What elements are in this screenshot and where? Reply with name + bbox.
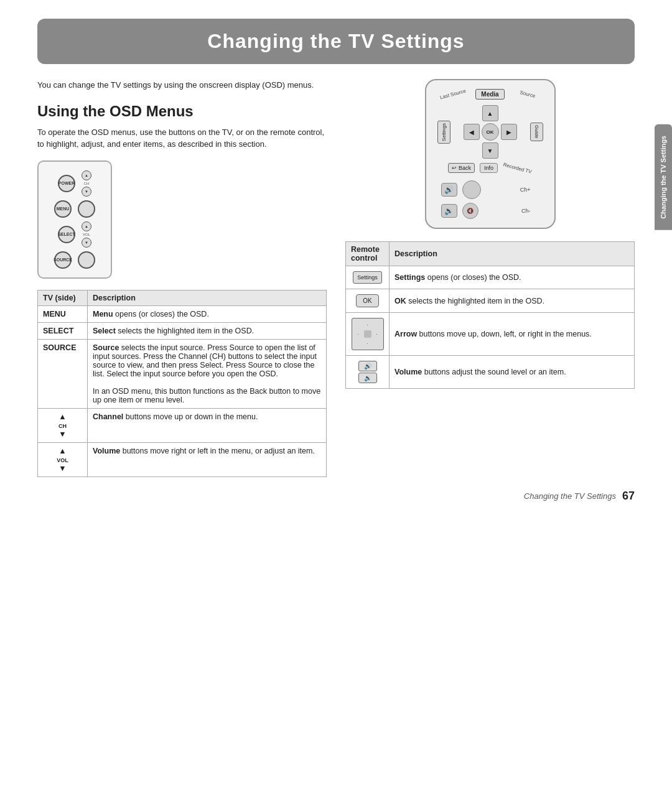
dpad-up-button[interactable]: ▲ <box>482 105 498 121</box>
info-button[interactable]: Info <box>480 163 498 173</box>
left-column: You can change the TV settings by using … <box>37 79 327 477</box>
remote-ok-cell: OK <box>346 289 390 313</box>
tv-side-key-vol: ▲VOL▼ <box>38 442 88 476</box>
media-button[interactable]: Media <box>475 89 504 100</box>
ch-up-btn-illustration: ▲ <box>82 170 91 180</box>
dpad-wrapper: ▲ ◀ OK ▶ ▼ <box>453 105 528 159</box>
footer-text: Changing the TV Settings <box>524 491 616 501</box>
ch-minus-label: Ch- <box>521 208 531 214</box>
intro-text: You can change the TV settings by using … <box>37 79 327 91</box>
remote-col1-header: Remote control <box>346 242 390 266</box>
tv-side-desc-vol: Volume buttons move right or left in the… <box>88 442 327 476</box>
tv-side-key-ch: ▲CH▼ <box>38 408 88 442</box>
guide-side-button[interactable]: Guide <box>530 123 543 141</box>
settings-side-button[interactable]: Settings <box>437 121 450 144</box>
settings-btn-icon: Settings <box>353 271 382 284</box>
remote-top-row: Last Source Media Source <box>437 89 543 100</box>
tv-side-desc-select: Select selects the highlighted item in t… <box>88 322 327 339</box>
vol-up-btn-illustration: ▲ <box>82 221 91 231</box>
right-column: Last Source Media Source Settings ▲ <box>345 79 635 477</box>
remote-vol-desc: Volume buttons adjust the sound level or… <box>390 356 635 389</box>
arrow-up-icon: · <box>366 322 368 328</box>
recorded-tv-label: Recorded TV <box>503 162 533 175</box>
arrow-left-icon: · <box>357 332 358 337</box>
remote-body: Last Source Media Source Settings ▲ <box>425 79 556 229</box>
table-row: · · · · Arrow buttons move up, down, lef… <box>346 313 635 356</box>
vol-up-icon: 🔊 <box>358 361 377 371</box>
remote-arrow-cell: · · · · <box>346 313 390 356</box>
dpad-ok-button[interactable]: OK <box>482 123 499 141</box>
page-title: Changing the TV Settings <box>37 30 635 53</box>
circle-button[interactable] <box>462 180 481 199</box>
table-row: MENU Menu opens (or closes) the OSD. <box>38 305 327 322</box>
vol-down-btn-illustration: ▼ <box>82 238 91 248</box>
tv-side-col1-header: TV (side) <box>38 290 88 305</box>
dpad-down-button[interactable]: ▼ <box>482 142 498 159</box>
power-btn-illustration: POWER <box>58 175 75 192</box>
dpad-left-button[interactable]: ◀ <box>464 124 480 140</box>
remote-diagram: Last Source Media Source Settings ▲ <box>345 79 635 229</box>
remote-vol-cell: 🔊 🔉 <box>346 356 390 389</box>
table-row: ▲CH▼ Channel buttons move up or down in … <box>38 408 327 442</box>
table-row: SELECT Select selects the highlighted it… <box>38 322 327 339</box>
remote-back-row: ↩ Back Info Recorded TV <box>437 163 543 173</box>
page-footer: Changing the TV Settings 67 <box>37 490 635 503</box>
remote-settings-desc: Settings opens (or closes) the OSD. <box>390 266 635 289</box>
last-source-label: Last Source <box>437 88 469 101</box>
dpad: ▲ ◀ OK ▶ ▼ <box>463 105 518 159</box>
remote-col2-header: Description <box>390 242 635 266</box>
ch-plus-label: Ch+ <box>520 187 531 193</box>
vol-down-icon: 🔉 <box>358 373 377 383</box>
remote-control-table: Remote control Description Settings Sett… <box>345 241 635 389</box>
select-btn-illustration <box>78 200 95 218</box>
vol-down-button[interactable]: 🔉 <box>441 204 457 218</box>
vol-ch-row2: 🔉 🔇 Ch- <box>437 203 543 219</box>
vol-up-button[interactable]: 🔊 <box>441 183 457 197</box>
remote-arrow-desc: Arrow buttons move up, down, left, or ri… <box>390 313 635 356</box>
ch-down-btn-illustration: ▼ <box>82 187 91 197</box>
arrow-center <box>364 330 371 338</box>
remote-settings-cell: Settings <box>346 266 390 289</box>
remote-ok-desc: OK selects the highlighted item in the O… <box>390 289 635 313</box>
ch-group2: Ch- <box>521 208 539 214</box>
tv-side-desc-ch: Channel buttons move up or down in the m… <box>88 408 327 442</box>
table-row: 🔊 🔉 Volume buttons adjust the sound leve… <box>346 356 635 389</box>
tv-side-table: TV (side) Description MENU Menu opens (o… <box>37 290 327 477</box>
side-tab: Changing the TV Settings <box>655 124 672 230</box>
arrow-btn-icon: · · · · <box>352 318 384 350</box>
dpad-area: Settings ▲ ◀ OK ▶ <box>437 105 543 159</box>
vol-btn-icon: 🔊 🔉 <box>351 361 384 383</box>
table-row: OK OK selects the highlighted item in th… <box>346 289 635 313</box>
ch-group: Ch+ <box>520 187 539 193</box>
vol-up-group: 🔊 <box>441 183 457 197</box>
extra-btn-illustration <box>78 251 95 269</box>
tv-side-desc-source: Source selects the input source. Press S… <box>88 339 327 408</box>
tv-side-key-source: SOURCE <box>38 339 88 408</box>
menu-btn-illustration: MENU <box>54 200 72 218</box>
select-label-btn-illustration: SELECT <box>58 226 75 243</box>
section-desc: To operate the OSD menus, use the button… <box>37 126 327 151</box>
source-label: Source <box>511 88 543 101</box>
page-header: Changing the TV Settings <box>37 19 635 64</box>
arrow-down-icon: · <box>366 341 368 346</box>
vol-ch-row: 🔊 Ch+ <box>437 180 543 199</box>
table-row: SOURCE Source selects the input source. … <box>38 339 327 408</box>
tv-side-key-menu: MENU <box>38 305 88 322</box>
mute-button[interactable]: 🔇 <box>462 203 478 219</box>
table-row: ▲VOL▼ Volume buttons move right or left … <box>38 442 327 476</box>
tv-side-desc-menu: Menu opens (or closes) the OSD. <box>88 305 327 322</box>
tv-side-illustration: POWER ▲ CH ▼ MENU SELECT ▲ VOL ▼ <box>37 160 112 279</box>
page-number: 67 <box>622 490 635 503</box>
ok-btn-icon: OK <box>356 294 378 307</box>
back-button[interactable]: ↩ Back <box>448 163 475 173</box>
dpad-right-button[interactable]: ▶ <box>501 124 517 140</box>
table-row: Settings Settings opens (or closes) the … <box>346 266 635 289</box>
arrow-right-icon: · <box>376 332 377 337</box>
source-btn-illustration: SOURCE <box>54 251 72 269</box>
section-heading: Using the OSD Menus <box>37 103 327 120</box>
tv-side-key-select: SELECT <box>38 322 88 339</box>
vol-down-group: 🔉 <box>441 204 457 218</box>
back-arrow-icon: ↩ <box>452 165 457 171</box>
tv-side-col2-header: Description <box>88 290 327 305</box>
